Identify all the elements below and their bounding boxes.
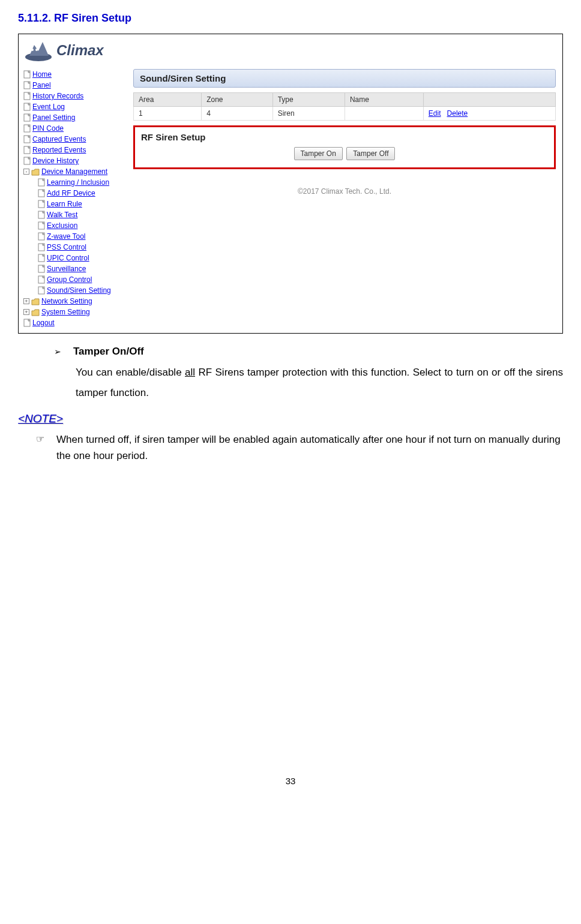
- file-icon: [23, 124, 31, 133]
- sidebar-item-reported-events[interactable]: Reported Events: [22, 145, 127, 155]
- sidebar-item-sound-siren[interactable]: Sound/Siren Setting: [37, 285, 127, 296]
- svg-point-2: [35, 49, 38, 51]
- expand-icon[interactable]: +: [23, 309, 29, 315]
- logo-area: Climax: [22, 38, 559, 63]
- note-label: <NOTE>: [18, 412, 563, 425]
- expand-icon[interactable]: +: [23, 298, 29, 304]
- logo-text: Climax: [56, 42, 104, 59]
- file-icon: [38, 275, 45, 284]
- edit-link[interactable]: Edit: [429, 109, 441, 118]
- pointing-hand-icon: ☞: [36, 431, 44, 464]
- folder-open-icon: [31, 168, 40, 175]
- col-actions: [423, 93, 555, 107]
- section-title: 5.11.2. RF Siren Setup: [18, 12, 563, 25]
- file-icon: [38, 178, 45, 187]
- sidebar-item-home[interactable]: Home: [22, 69, 127, 80]
- sidebar-item-panel-setting[interactable]: Panel Setting: [22, 112, 127, 123]
- sidebar-item-system[interactable]: +System Setting: [22, 307, 127, 317]
- col-type: Type: [272, 93, 345, 107]
- file-icon: [38, 211, 45, 219]
- file-icon: [23, 113, 31, 122]
- tamper-off-button[interactable]: Tamper Off: [346, 147, 395, 160]
- col-area: Area: [134, 93, 202, 107]
- sidebar-item-group[interactable]: Group Control: [37, 274, 127, 285]
- cell-type: Siren: [272, 107, 345, 121]
- sidebar-item-network[interactable]: +Network Setting: [22, 296, 127, 307]
- sidebar-item-captured-events[interactable]: Captured Events: [22, 134, 127, 145]
- bullet-title: Tamper On/Off: [73, 346, 144, 358]
- sidebar-item-logout[interactable]: Logout: [22, 317, 127, 328]
- file-icon: [23, 103, 31, 111]
- file-icon: [23, 92, 31, 100]
- device-table: Area Zone Type Name 1 4 Siren Edit: [133, 92, 556, 121]
- file-icon: [38, 243, 45, 251]
- copyright-text: ©2017 Climax Tech. Co., Ltd.: [133, 187, 556, 196]
- file-icon: [23, 146, 31, 154]
- tamper-on-button[interactable]: Tamper On: [294, 147, 343, 160]
- sidebar-item-event-log[interactable]: Event Log: [22, 101, 127, 112]
- cell-actions: Edit Delete: [423, 107, 555, 121]
- sidebar-item-exclusion[interactable]: Exclusion: [37, 220, 127, 231]
- sidebar-item-learn-rule[interactable]: Learn Rule: [37, 199, 127, 209]
- sidebar-item-device-management[interactable]: - Device Management: [22, 166, 127, 177]
- sidebar-item-panel[interactable]: Panel: [22, 80, 127, 91]
- file-icon: [38, 265, 45, 273]
- note-text: When turned off, if siren tamper will be…: [56, 431, 563, 464]
- folder-icon: [31, 298, 40, 305]
- bullet-description: You can enable/disable all RF Sirens tam…: [54, 362, 563, 403]
- delete-link[interactable]: Delete: [447, 109, 468, 118]
- sidebar-item-pin-code[interactable]: PIN Code: [22, 123, 127, 134]
- rf-siren-setup-box: RF Siren Setup Tamper On Tamper Off: [133, 125, 556, 169]
- folder-icon: [31, 308, 40, 316]
- col-zone: Zone: [202, 93, 273, 107]
- doc-bullet-section: ➢ Tamper On/Off You can enable/disable a…: [18, 346, 563, 403]
- sidebar-item-add-rf[interactable]: Add RF Device: [37, 188, 127, 199]
- sidebar-item-history-records[interactable]: History Records: [22, 91, 127, 101]
- cell-area: 1: [134, 107, 202, 121]
- logo-icon: [23, 39, 53, 62]
- screenshot-panel: Climax Home Panel History Records Event …: [18, 34, 563, 334]
- file-icon: [38, 200, 45, 208]
- page-number: 33: [18, 776, 563, 786]
- collapse-icon[interactable]: -: [23, 169, 29, 175]
- sidebar-nav: Home Panel History Records Event Log Pan…: [22, 69, 127, 328]
- file-icon: [23, 319, 31, 327]
- arrow-bullet-icon: ➢: [54, 347, 61, 356]
- file-icon: [38, 254, 45, 262]
- cell-name: [345, 107, 423, 121]
- panel-header: Sound/Siren Setting: [133, 69, 556, 88]
- file-icon: [38, 286, 45, 295]
- sidebar-item-zwave[interactable]: Z-wave Tool: [37, 231, 127, 242]
- rf-box-title: RF Siren Setup: [141, 132, 548, 142]
- sidebar-item-device-history[interactable]: Device History: [22, 155, 127, 166]
- file-icon: [23, 135, 31, 143]
- table-row: 1 4 Siren Edit Delete: [134, 107, 556, 121]
- file-icon: [23, 81, 31, 89]
- file-icon: [23, 157, 31, 165]
- content-area: Sound/Siren Setting Area Zone Type Name …: [133, 69, 559, 328]
- sidebar-item-upic[interactable]: UPIC Control: [37, 253, 127, 263]
- note-line: ☞ When turned off, if siren tamper will …: [18, 431, 563, 464]
- file-icon: [38, 221, 45, 230]
- sidebar-item-walk-test[interactable]: Walk Test: [37, 209, 127, 220]
- sidebar-item-surveillance[interactable]: Surveillance: [37, 263, 127, 274]
- file-icon: [23, 70, 31, 79]
- sidebar-item-pss[interactable]: PSS Control: [37, 242, 127, 253]
- svg-point-1: [31, 49, 34, 51]
- sidebar-item-learning[interactable]: Learning / Inclusion: [37, 177, 127, 188]
- col-name: Name: [345, 93, 423, 107]
- file-icon: [38, 189, 45, 197]
- file-icon: [38, 232, 45, 241]
- cell-zone: 4: [202, 107, 273, 121]
